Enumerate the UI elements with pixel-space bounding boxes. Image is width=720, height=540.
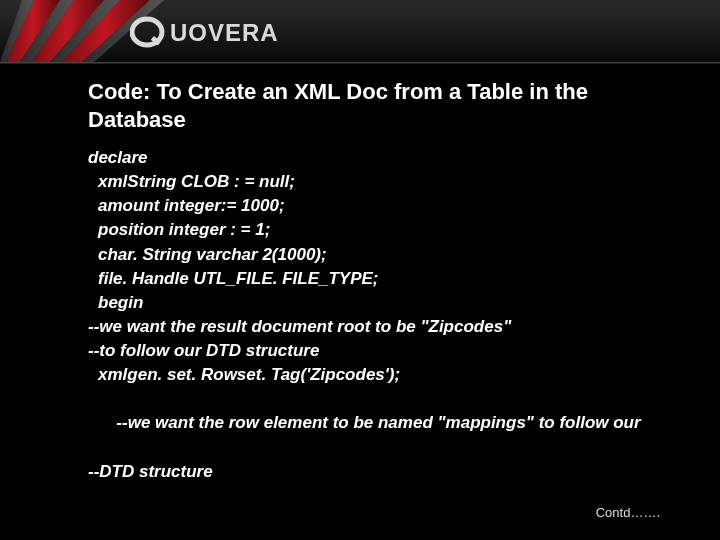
svg-marker-2 [20, 0, 74, 62]
header-rays [0, 0, 720, 62]
code-line: --to follow our DTD structure [88, 339, 644, 363]
code-line: position integer : = 1; [88, 218, 644, 242]
slide-title: Code: To Create an XML Doc from a Table … [88, 78, 648, 133]
header-bar: UOVERA [0, 0, 720, 62]
code-line: --DTD structure [88, 460, 644, 484]
code-line: --we want the result document root to be… [88, 315, 644, 339]
code-line: char. String varchar 2(1000); [88, 243, 644, 267]
continued-label: Contd……. [596, 505, 660, 520]
code-line: xmlgen. set. Rowset. Tag('Zipcodes'); [88, 363, 644, 387]
code-block: declare xmlString CLOB : = null; amount … [88, 146, 644, 484]
svg-text:UOVERA: UOVERA [170, 19, 279, 46]
code-line: begin [88, 291, 644, 315]
code-line: file. Handle UTL_FILE. FILE_TYPE; [88, 267, 644, 291]
brand-logo: UOVERA [130, 14, 340, 50]
code-line: amount integer:= 1000; [88, 194, 644, 218]
code-line: xmlString CLOB : = null; [88, 170, 644, 194]
code-line: --we want the row element to be named "m… [88, 387, 644, 459]
svg-marker-4 [50, 0, 120, 62]
svg-marker-0 [0, 0, 34, 62]
code-text: --we want the row element to be named "m… [116, 413, 640, 432]
header-divider [0, 62, 720, 64]
svg-marker-3 [32, 0, 104, 62]
slide: UOVERA Code: To Create an XML Doc from a… [0, 0, 720, 540]
svg-marker-1 [6, 0, 60, 62]
code-line: declare [88, 146, 644, 170]
